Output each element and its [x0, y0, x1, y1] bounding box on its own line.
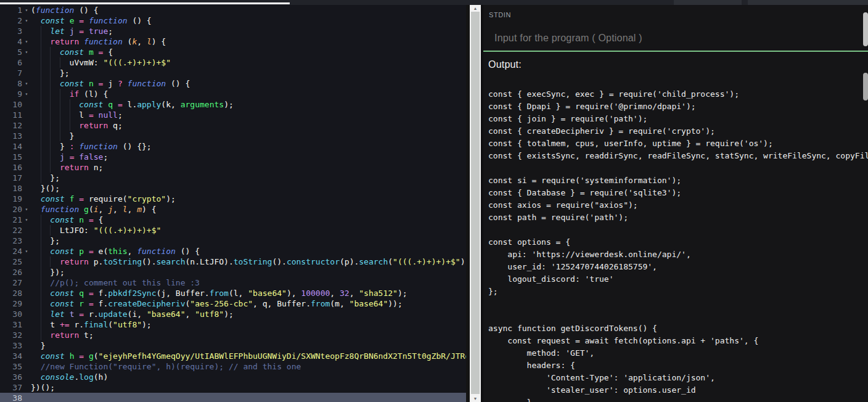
line-number: 1	[0, 5, 22, 15]
indent-guide	[41, 68, 41, 78]
stdin-input[interactable]	[493, 30, 853, 47]
indent-guide	[60, 89, 60, 99]
indent-guide	[60, 131, 60, 141]
fold-arrow-icon[interactable]: ▾	[22, 36, 31, 47]
code-line: 33 }	[0, 340, 466, 351]
code-line: 18 }();	[0, 183, 466, 194]
indent-guide	[50, 78, 51, 89]
indent-guide	[41, 267, 41, 277]
editor-scrollbar[interactable]: ▲ ▼	[470, 5, 481, 402]
code-line: 28 const q = f.pbkdf2Sync(j, Buffer.from…	[0, 288, 466, 298]
code-text: t += r.final("utf8");	[31, 320, 152, 329]
code-line: 32 return t;	[0, 330, 466, 340]
code-text: l = null;	[31, 110, 123, 120]
line-number: 4	[0, 36, 22, 47]
header-bottom-strip	[0, 0, 868, 5]
fold-arrow-icon[interactable]: ▾	[22, 215, 31, 225]
indent-guide	[41, 152, 41, 162]
code-line: 36 console.log(h)	[0, 372, 466, 382]
code-text: const n = j ? function () {	[31, 79, 190, 88]
code-line: 19 const f = require("crypto");	[0, 194, 466, 204]
header-button-sliver-1[interactable]	[674, 0, 742, 5]
code-text: return function (k, l) {	[31, 37, 166, 46]
fold-arrow-icon[interactable]: ▾	[22, 78, 31, 89]
code-line: 20▾ function g(i, j, l, m) {	[0, 204, 466, 215]
indent-guide	[41, 225, 41, 236]
line-number: 15	[0, 152, 22, 162]
fold-arrow-icon[interactable]: ▾	[22, 204, 31, 215]
line-number: 31	[0, 319, 22, 330]
code-text: }	[31, 341, 45, 350]
code-text: const r = f.createDecipheriv("aes-256-cb…	[31, 299, 403, 308]
fold-arrow-icon[interactable]: ▾	[22, 5, 31, 15]
indent-guide	[70, 110, 70, 120]
code-text: let t = r.update(i, "base64", "utf8");	[31, 310, 234, 319]
line-number: 12	[0, 120, 22, 131]
code-editor[interactable]: 1▾(function () {2▾ const e = function ()…	[0, 5, 466, 402]
code-line: 34 const h = g("ejeyhPefh4YGmeqOyy/UtIAB…	[0, 351, 466, 361]
code-text: return q;	[31, 121, 123, 130]
code-line: 14 } : function () {};	[0, 141, 466, 152]
line-number: 13	[0, 131, 22, 141]
indent-guide	[50, 89, 51, 99]
code-text: };	[31, 236, 60, 245]
indent-guide	[41, 309, 41, 319]
code-text: }();	[31, 184, 60, 193]
indent-guide	[41, 47, 41, 57]
line-number: 14	[0, 141, 22, 152]
code-line: 5▾ const m = {	[0, 47, 466, 57]
code-lines: 1▾(function () {2▾ const e = function ()…	[0, 5, 466, 402]
output-scrollbar-thumb[interactable]	[863, 73, 868, 100]
code-line: 21▾ const n = {	[0, 215, 466, 225]
line-number: 28	[0, 288, 22, 298]
code-text: const q = f.pbkdf2Sync(j, Buffer.from(l,…	[31, 289, 407, 298]
code-text: });	[31, 268, 65, 277]
fold-arrow-icon[interactable]: ▾	[22, 246, 31, 256]
indent-guide	[41, 141, 41, 152]
header-button-sliver-2[interactable]	[748, 0, 868, 5]
line-number: 23	[0, 236, 22, 246]
indent-guide	[41, 78, 41, 89]
indent-guide	[41, 288, 41, 298]
code-line: 11 l = null;	[0, 110, 466, 120]
line-number: 8	[0, 78, 22, 89]
code-line: 26 });	[0, 267, 466, 277]
line-number: 34	[0, 351, 22, 361]
code-line: 31 t += r.final("utf8");	[0, 319, 466, 330]
code-text: (function () {	[31, 6, 99, 15]
stdin-scrollbar-thumb[interactable]	[863, 12, 868, 46]
code-line: 4▾ return function (k, l) {	[0, 36, 466, 47]
line-number: 21	[0, 215, 22, 225]
scroll-down-icon[interactable]: ▼	[470, 395, 481, 402]
line-number: 26	[0, 267, 22, 277]
code-text: };	[31, 173, 60, 183]
indent-guide	[41, 277, 41, 288]
code-text: const n = {	[31, 215, 103, 224]
editor-scrollbar-thumb[interactable]	[471, 12, 480, 394]
indent-guide	[60, 110, 60, 120]
indent-guide	[41, 110, 41, 120]
line-number: 7	[0, 68, 22, 78]
output-label: Output:	[488, 59, 522, 70]
code-text: }	[31, 131, 74, 141]
code-line: 22 LtJFO: "(((.+)+)+)+$"	[0, 225, 466, 236]
indent-guide	[50, 131, 51, 141]
code-runner-window: 1▾(function () {2▾ const e = function ()…	[0, 0, 868, 402]
fold-arrow-icon[interactable]: ▾	[22, 47, 31, 57]
line-number: 20	[0, 204, 22, 215]
indent-guide	[41, 36, 41, 47]
indent-guide	[50, 256, 51, 267]
line-number: 6	[0, 57, 22, 68]
indent-guide	[41, 57, 41, 68]
line-number: 37	[0, 382, 22, 393]
fold-arrow-icon[interactable]: ▾	[22, 15, 31, 26]
scroll-up-icon[interactable]: ▲	[470, 5, 481, 12]
code-text: const m = {	[31, 47, 113, 57]
code-line: 7 };	[0, 68, 466, 78]
code-line: 25 return p.toString().search(n.LtJFO).t…	[0, 256, 466, 267]
fold-arrow-icon[interactable]: ▾	[22, 89, 31, 99]
line-number: 19	[0, 194, 22, 204]
stdin-focus-underline	[483, 51, 868, 52]
indent-guide	[41, 298, 41, 309]
code-line: 9▾ if (l) {	[0, 89, 466, 99]
